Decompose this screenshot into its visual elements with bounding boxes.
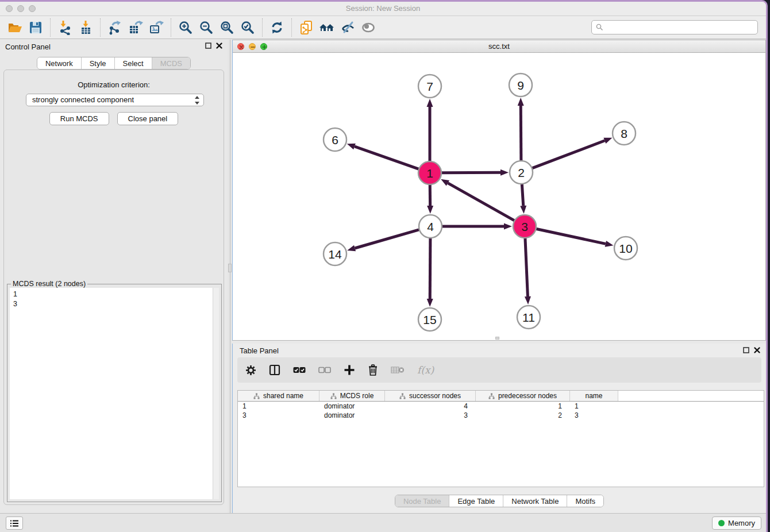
dropdown-stepper-icon bbox=[194, 96, 201, 105]
float-panel-icon[interactable] bbox=[205, 43, 211, 49]
select-all-columns-icon[interactable] bbox=[293, 367, 306, 373]
result-scrollbar[interactable] bbox=[213, 288, 219, 499]
graph-edge[interactable] bbox=[521, 106, 521, 161]
column-label: MCDS role bbox=[340, 392, 374, 400]
import-network-button[interactable] bbox=[55, 18, 75, 37]
clone-network-button[interactable] bbox=[296, 18, 317, 37]
zoom-fit-icon bbox=[220, 20, 234, 35]
export-table-button[interactable] bbox=[125, 18, 146, 37]
column-label: name bbox=[585, 392, 602, 400]
graph-edge-arrowhead bbox=[525, 296, 531, 304]
graph-edge[interactable] bbox=[448, 183, 514, 221]
graph-edge[interactable] bbox=[355, 147, 419, 169]
close-panel-icon[interactable] bbox=[216, 43, 222, 49]
network-graph[interactable]: 1234678910111415 bbox=[233, 53, 765, 340]
graph-edge[interactable] bbox=[355, 230, 419, 248]
close-panel-button[interactable]: Close panel bbox=[117, 112, 179, 125]
open-session-button[interactable] bbox=[5, 18, 25, 37]
tree-icon bbox=[488, 393, 495, 399]
splitter-grip[interactable] bbox=[228, 264, 232, 272]
main-toolbar bbox=[0, 16, 766, 39]
network-window-titlebar[interactable]: scc.txt bbox=[233, 40, 765, 53]
delete-column-trash-icon[interactable] bbox=[368, 364, 378, 376]
graph-node-label: 6 bbox=[332, 133, 338, 147]
graph-edge[interactable] bbox=[525, 238, 528, 296]
hide-graphics-details-button[interactable] bbox=[337, 18, 358, 37]
mcds-result-title: MCDS result (2 nodes) bbox=[11, 280, 87, 288]
open-folder-icon bbox=[7, 20, 22, 35]
search-input[interactable] bbox=[591, 20, 758, 34]
table-header-row: shared name MCDS role successor nodes pr… bbox=[238, 391, 764, 402]
toolbar-separator bbox=[291, 18, 292, 37]
deselect-all-columns-icon[interactable] bbox=[318, 367, 331, 373]
toolbar-separator bbox=[171, 18, 171, 37]
mcds-result-text[interactable]: 1 3 bbox=[10, 288, 219, 499]
graph-edge[interactable] bbox=[532, 141, 605, 168]
table-toolbar: f(x) bbox=[237, 357, 761, 383]
table-panel: Table Panel f(x) shared name M bbox=[232, 344, 766, 513]
refresh-button[interactable] bbox=[267, 18, 287, 37]
column-header-shared-name[interactable]: shared name bbox=[238, 391, 319, 401]
table-panel-title: Table Panel bbox=[240, 346, 279, 355]
panel-splitter[interactable] bbox=[228, 40, 232, 513]
table-settings-gear-icon[interactable] bbox=[245, 365, 256, 376]
mcds-result-box: MCDS result (2 nodes) 1 3 bbox=[7, 284, 222, 502]
graph-node-label: 4 bbox=[427, 220, 434, 233]
memory-button[interactable]: Memory bbox=[712, 516, 761, 530]
split-panel-icon[interactable] bbox=[269, 364, 280, 376]
zoom-selected-button[interactable] bbox=[237, 18, 258, 37]
table-row[interactable]: 1 dominator 4 1 1 bbox=[238, 402, 764, 411]
task-history-button[interactable] bbox=[6, 516, 23, 530]
column-label: predecessor nodes bbox=[498, 392, 557, 400]
tab-mcds[interactable]: MCDS bbox=[152, 57, 190, 69]
tab-network[interactable]: Network bbox=[37, 57, 81, 69]
cell-successor-nodes: 3 bbox=[385, 411, 476, 420]
graph-edge[interactable] bbox=[441, 172, 500, 173]
tab-edge-table[interactable]: Edge Table bbox=[449, 495, 503, 507]
show-graphics-details-button[interactable] bbox=[358, 18, 379, 37]
network-canvas[interactable]: 1234678910111415 bbox=[233, 53, 765, 340]
add-column-plus-icon[interactable] bbox=[344, 364, 355, 376]
export-table-icon bbox=[128, 20, 143, 35]
graph-edge[interactable] bbox=[430, 238, 430, 299]
graph-edge[interactable] bbox=[522, 184, 523, 206]
graph-node-label: 7 bbox=[426, 80, 433, 93]
graph-edge-arrowhead bbox=[520, 206, 526, 214]
column-header-successor-nodes[interactable]: successor nodes bbox=[385, 391, 476, 401]
hide-details-icon bbox=[340, 20, 355, 35]
export-image-button[interactable] bbox=[146, 18, 167, 37]
tab-motifs[interactable]: Motifs bbox=[567, 495, 603, 507]
zoom-in-button[interactable] bbox=[175, 18, 196, 37]
column-header-name[interactable]: name bbox=[570, 391, 618, 401]
node-table[interactable]: shared name MCDS role successor nodes pr… bbox=[237, 390, 764, 487]
import-table-button[interactable] bbox=[75, 18, 96, 37]
show-details-icon bbox=[361, 20, 376, 35]
tab-node-table[interactable]: Node Table bbox=[395, 495, 449, 507]
clone-network-icon bbox=[299, 20, 314, 35]
graph-edge-arrowhead bbox=[518, 98, 524, 106]
tab-network-table[interactable]: Network Table bbox=[503, 495, 567, 507]
table-tabs: Node Table Edge Table Network Table Moti… bbox=[233, 495, 766, 507]
zoom-in-icon bbox=[178, 20, 193, 35]
float-panel-icon[interactable] bbox=[743, 347, 749, 353]
tab-select[interactable]: Select bbox=[114, 57, 152, 69]
network-resize-handle[interactable] bbox=[495, 337, 499, 340]
export-network-icon bbox=[107, 20, 122, 35]
close-panel-icon[interactable] bbox=[754, 347, 760, 353]
memory-label: Memory bbox=[728, 519, 755, 527]
zoom-out-button[interactable] bbox=[196, 18, 217, 37]
app-titlebar: Session: New Session bbox=[0, 2, 766, 16]
optimization-criterion-select[interactable]: strongly connected component bbox=[26, 94, 204, 106]
run-mcds-button[interactable]: Run MCDS bbox=[49, 112, 109, 125]
export-network-button[interactable] bbox=[105, 18, 125, 37]
graph-edge[interactable] bbox=[536, 229, 606, 244]
zoom-selected-icon bbox=[240, 20, 255, 35]
zoom-fit-button[interactable] bbox=[217, 18, 237, 37]
tab-style[interactable]: Style bbox=[81, 57, 114, 69]
column-header-predecessor-nodes[interactable]: predecessor nodes bbox=[476, 391, 570, 401]
delete-table-icon[interactable] bbox=[391, 365, 405, 375]
home-button[interactable] bbox=[317, 18, 337, 37]
save-session-button[interactable] bbox=[25, 18, 46, 37]
table-row[interactable]: 3 dominator 3 2 3 bbox=[238, 411, 764, 420]
column-header-mcds-role[interactable]: MCDS role bbox=[319, 391, 385, 401]
